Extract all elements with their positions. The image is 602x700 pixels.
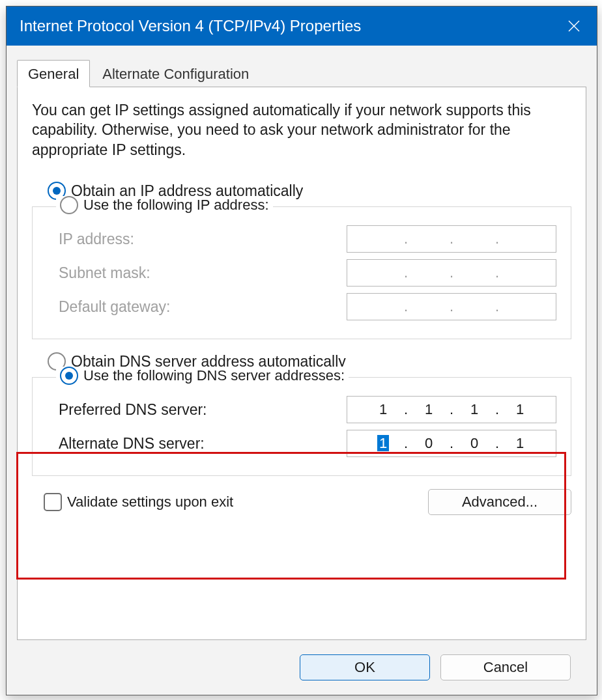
group-use-dns-addresses: Use the following DNS server addresses: …	[32, 377, 571, 476]
radio-icon	[60, 196, 78, 214]
tab-strip: General Alternate Configuration	[17, 57, 586, 87]
row-alternate-dns: Alternate DNS server: 1. 0. 0. 1	[47, 430, 556, 457]
close-button[interactable]	[551, 7, 597, 46]
group-use-ip-address: Use the following IP address: IP address…	[32, 206, 571, 339]
input-alternate-dns[interactable]: 1. 0. 0. 1	[347, 430, 556, 457]
input-default-gateway: . . .	[347, 293, 556, 320]
label-subnet-mask: Subnet mask:	[47, 264, 150, 282]
cancel-button[interactable]: Cancel	[440, 654, 571, 680]
row-ip-address: IP address: . . .	[47, 225, 556, 253]
checkbox-validate-settings[interactable]: Validate settings upon exit	[44, 493, 233, 511]
input-subnet-mask: . . .	[347, 259, 556, 287]
checkbox-icon	[44, 493, 62, 511]
radio-label: Use the following DNS server addresses:	[83, 367, 345, 384]
radio-use-following-dns[interactable]: Use the following DNS server addresses:	[56, 367, 349, 385]
title-bar: Internet Protocol Version 4 (TCP/IPv4) P…	[7, 7, 597, 46]
window-title: Internet Protocol Version 4 (TCP/IPv4) P…	[20, 17, 361, 35]
radio-icon	[60, 367, 78, 385]
advanced-button[interactable]: Advanced...	[428, 489, 571, 515]
tab-alternate-configuration[interactable]: Alternate Configuration	[91, 60, 260, 87]
radio-use-following-ip[interactable]: Use the following IP address:	[56, 196, 273, 214]
radio-label: Use the following IP address:	[83, 197, 269, 214]
close-icon	[567, 19, 581, 33]
tab-general[interactable]: General	[17, 60, 90, 87]
ok-button[interactable]: OK	[300, 654, 430, 680]
dialog-window: Internet Protocol Version 4 (TCP/IPv4) P…	[6, 6, 597, 695]
dialog-buttons: OK Cancel	[17, 640, 586, 695]
label-default-gateway: Default gateway:	[47, 298, 170, 316]
row-default-gateway: Default gateway: . . .	[47, 293, 556, 320]
checkbox-label: Validate settings upon exit	[67, 494, 233, 511]
row-subnet-mask: Subnet mask: . . .	[47, 259, 556, 287]
label-ip-address: IP address:	[47, 231, 134, 248]
input-ip-address: . . .	[347, 225, 556, 253]
dialog-body: General Alternate Configuration You can …	[7, 46, 597, 695]
label-alternate-dns: Alternate DNS server:	[47, 435, 205, 453]
label-preferred-dns: Preferred DNS server:	[47, 401, 207, 419]
row-preferred-dns: Preferred DNS server: 1. 1. 1. 1	[47, 396, 556, 423]
tab-panel-general: You can get IP settings assigned automat…	[17, 87, 586, 640]
description-text: You can get IP settings assigned automat…	[32, 100, 571, 160]
input-preferred-dns[interactable]: 1. 1. 1. 1	[347, 396, 556, 423]
bottom-row: Validate settings upon exit Advanced...	[44, 489, 571, 515]
